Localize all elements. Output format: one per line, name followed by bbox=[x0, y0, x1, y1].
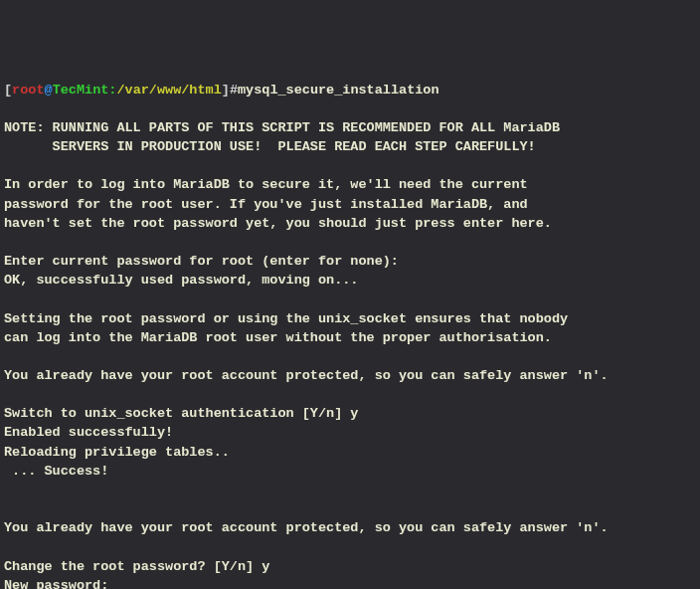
output-line: Enter current password for root (enter f… bbox=[4, 252, 696, 271]
prompt-line: [root@TecMint:/var/www/html]#mysql_secur… bbox=[4, 81, 696, 99]
output-line: New password: bbox=[4, 576, 696, 589]
output-line bbox=[4, 156, 696, 175]
output-line bbox=[4, 99, 696, 118]
output-line: In order to log into MariaDB to secure i… bbox=[4, 175, 696, 194]
prompt-close: ] bbox=[222, 83, 230, 98]
output-line: haven't set the root password yet, you s… bbox=[4, 214, 696, 233]
output-line bbox=[4, 481, 696, 499]
output-line bbox=[4, 233, 696, 252]
output-line: OK, successfully used password, moving o… bbox=[4, 271, 696, 290]
output-line: You already have your root account prote… bbox=[4, 518, 696, 537]
prompt-host: TecMint bbox=[53, 83, 109, 98]
prompt-at: @ bbox=[45, 83, 53, 98]
output-line: ... Success! bbox=[4, 462, 696, 481]
terminal-output: NOTE: RUNNING ALL PARTS OF THIS SCRIPT I… bbox=[4, 99, 696, 589]
output-line: Switch to unix_socket authentication [Y/… bbox=[4, 404, 696, 423]
prompt-hash: # bbox=[230, 83, 238, 98]
output-line bbox=[4, 347, 696, 366]
prompt-path: /var/www/html bbox=[116, 83, 221, 98]
output-line: You already have your root account prote… bbox=[4, 366, 696, 385]
output-line bbox=[4, 537, 696, 556]
output-line: Change the root password? [Y/n] y bbox=[4, 557, 696, 576]
terminal[interactable]: [root@TecMint:/var/www/html]#mysql_secur… bbox=[4, 81, 696, 589]
command-text: mysql_secure_installation bbox=[238, 83, 439, 98]
output-line: Setting the root password or using the u… bbox=[4, 309, 696, 328]
output-line: SERVERS IN PRODUCTION USE! PLEASE READ E… bbox=[4, 137, 696, 156]
output-line: Enabled successfully! bbox=[4, 423, 696, 442]
prompt-user: root bbox=[12, 83, 44, 98]
output-line bbox=[4, 385, 696, 404]
output-line: Reloading privilege tables.. bbox=[4, 443, 696, 462]
output-line bbox=[4, 290, 696, 308]
output-line bbox=[4, 499, 696, 518]
output-line: NOTE: RUNNING ALL PARTS OF THIS SCRIPT I… bbox=[4, 118, 696, 137]
prompt-open: [ bbox=[4, 83, 12, 98]
output-line: password for the root user. If you've ju… bbox=[4, 195, 696, 214]
output-line: can log into the MariaDB root user witho… bbox=[4, 328, 696, 347]
